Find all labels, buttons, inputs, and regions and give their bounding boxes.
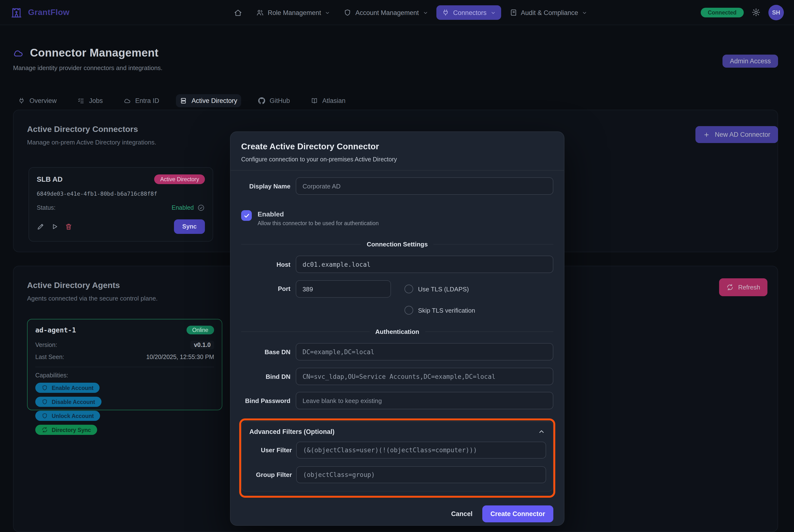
skip-tls-checkbox[interactable]: Skip TLS verification [404, 306, 475, 315]
nav-item-role-management[interactable]: Role Management [251, 5, 336, 20]
advanced-filters-toggle[interactable]: Advanced Filters (Optional) [248, 426, 546, 435]
check-icon [243, 212, 250, 218]
refresh-button[interactable]: Refresh [719, 278, 768, 296]
base-dn-label: Base DN [241, 348, 290, 355]
capability-chip: Enable Account [35, 383, 100, 393]
display-name-input[interactable] [296, 177, 553, 195]
modal-body: Display Name Enabled Allow this connecto… [230, 171, 564, 491]
use-tls-checkbox[interactable]: Use TLS (LDAPS) [404, 285, 475, 293]
top-nav: GrantFlow Role Management Acc [0, 0, 794, 25]
page-title: Connector Management [30, 46, 158, 59]
version-value: v0.1.0 [190, 341, 214, 349]
sync-button[interactable]: Sync [174, 220, 205, 234]
refresh-label: Refresh [738, 284, 760, 291]
plug-icon [18, 97, 25, 104]
new-ad-connector-button[interactable]: New AD Connector [695, 126, 778, 143]
nav-item-label: Audit & Compliance [521, 9, 578, 16]
connector-id: 6849de03-e41e-4fb1-80bd-b6a716c88f8f [37, 190, 205, 197]
edit-icon[interactable] [37, 223, 44, 230]
capability-label: Directory Sync [52, 427, 91, 433]
create-ad-connector-modal: Create Active Directory Connector Config… [230, 131, 564, 526]
book-open-icon [311, 97, 318, 104]
gear-icon[interactable] [752, 8, 761, 17]
agent-card: ad-agent-1 Online Version: v0.1.0 Last S… [27, 319, 222, 410]
connection-settings-divider: Connection Settings [241, 241, 553, 248]
last-seen-value: 10/20/2025, 12:55:30 PM [146, 354, 214, 360]
tab-entra-id[interactable]: Entra ID [120, 94, 163, 107]
connector-type-badge: Active Directory [154, 174, 205, 184]
port-input[interactable] [296, 280, 391, 298]
admin-access-badge: Admin Access [722, 55, 778, 68]
users-icon [256, 9, 264, 16]
tab-github[interactable]: GitHub [254, 94, 294, 107]
home-icon[interactable] [231, 5, 245, 20]
nav-item-label: Role Management [268, 9, 321, 16]
connector-card: SLB AD Active Directory 6849de03-e41e-4f… [29, 167, 213, 242]
create-connector-button[interactable]: Create Connector [482, 506, 553, 522]
play-icon[interactable] [51, 223, 58, 230]
scroll-icon [509, 9, 517, 16]
capability-chip: Directory Sync [35, 425, 97, 435]
app-root: GrantFlow Role Management Acc [0, 0, 794, 532]
shield-icon [41, 413, 48, 419]
tab-label: Atlasian [322, 97, 345, 104]
avatar[interactable]: SH [769, 5, 784, 20]
host-input[interactable] [296, 255, 553, 273]
cancel-button[interactable]: Cancel [451, 510, 473, 517]
enabled-label: Enabled [258, 210, 379, 218]
github-icon [258, 97, 265, 104]
tab-active-directory[interactable]: Active Directory [176, 94, 241, 107]
shield-icon [41, 385, 48, 391]
enabled-checkbox[interactable] [241, 210, 252, 221]
cloud-icon [124, 97, 131, 104]
tab-atlasian[interactable]: Atlasian [307, 94, 349, 107]
chevron-down-icon [490, 10, 496, 15]
capability-chip: Disable Account [35, 397, 101, 407]
tab-jobs[interactable]: Jobs [74, 94, 107, 107]
modal-title: Create Active Directory Connector [241, 141, 553, 152]
version-label: Version: [35, 342, 57, 348]
modal-subtitle: Configure connection to your on-premises… [241, 156, 553, 163]
advanced-filters-section: Advanced Filters (Optional) User Filter … [241, 421, 553, 491]
nav-item-account-management[interactable]: Account Management [339, 5, 434, 20]
modal-footer: Cancel Create Connector [230, 506, 564, 530]
skip-tls-circle [404, 306, 413, 315]
advanced-filters-title: Advanced Filters (Optional) [249, 428, 335, 435]
tab-label: Jobs [89, 97, 103, 104]
bind-password-input[interactable] [296, 392, 553, 409]
chevron-down-icon [582, 10, 587, 15]
bind-dn-input[interactable] [296, 368, 553, 385]
refresh-icon [41, 427, 48, 433]
authentication-title: Authentication [375, 328, 419, 335]
bind-password-label: Bind Password [241, 397, 290, 404]
use-tls-label: Use TLS (LDAPS) [418, 285, 469, 292]
page-header: Connector Management Manage identity pro… [13, 46, 163, 72]
user-filter-input[interactable] [296, 442, 546, 459]
circle-check-icon [197, 204, 205, 212]
nav-item-audit-compliance[interactable]: Audit & Compliance [504, 5, 592, 20]
agent-status-badge: Online [187, 326, 214, 335]
group-filter-input[interactable] [296, 466, 546, 483]
brand[interactable]: GrantFlow [10, 6, 70, 19]
shield-icon [344, 9, 352, 16]
bind-dn-label: Bind DN [241, 373, 290, 380]
refresh-icon [726, 284, 734, 291]
delete-icon[interactable] [65, 223, 73, 230]
shield-icon [41, 399, 48, 405]
tab-bar: Overview Jobs Entra ID Active Directory … [14, 94, 349, 107]
base-dn-input[interactable] [296, 343, 553, 360]
tab-overview[interactable]: Overview [14, 94, 61, 107]
user-filter-label: User Filter [248, 446, 292, 454]
capability-chip: Unlock Account [35, 411, 100, 421]
connectors-title: Active Directory Connectors [14, 110, 778, 134]
capability-label: Disable Account [52, 399, 95, 405]
plug-icon [441, 9, 449, 16]
brand-name: GrantFlow [28, 7, 70, 17]
nav-item-label: Connectors [453, 9, 486, 16]
nav-item-label: Account Management [356, 9, 419, 16]
capability-chips: Enable Account Disable Account Unlock Ac… [35, 383, 156, 435]
modal-header: Create Active Directory Connector Config… [230, 132, 564, 171]
nav-item-connectors[interactable]: Connectors [436, 5, 501, 20]
host-label: Host [241, 261, 290, 268]
connected-badge: Connected [700, 7, 744, 17]
